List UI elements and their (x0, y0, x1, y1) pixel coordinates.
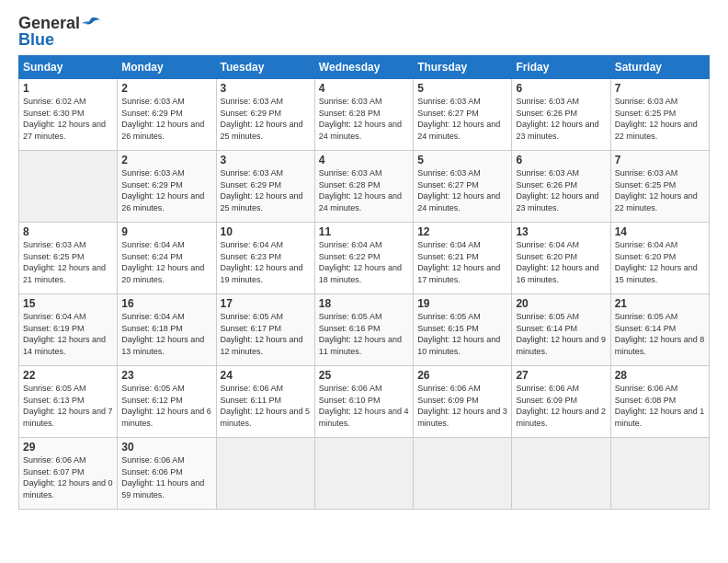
day-number: 23 (121, 369, 211, 382)
day-info: Sunrise: 6:06 AMSunset: 6:06 PMDaylight:… (121, 454, 211, 500)
calendar-cell: 20Sunrise: 6:05 AMSunset: 6:14 PMDayligh… (512, 294, 610, 366)
day-info: Sunrise: 6:05 AMSunset: 6:14 PMDaylight:… (516, 311, 606, 357)
calendar-cell: 23Sunrise: 6:05 AMSunset: 6:12 PMDayligh… (118, 366, 216, 438)
day-number: 21 (615, 297, 705, 310)
day-number: 10 (221, 225, 311, 238)
calendar-cell (216, 438, 314, 510)
day-info: Sunrise: 6:06 AMSunset: 6:09 PMDaylight:… (516, 383, 606, 429)
header: General Blue (18, 15, 710, 48)
day-info: Sunrise: 6:04 AMSunset: 6:23 PMDaylight:… (221, 239, 311, 285)
day-info: Sunrise: 6:03 AMSunset: 6:29 PMDaylight:… (121, 96, 211, 142)
calendar-cell: 11Sunrise: 6:04 AMSunset: 6:22 PMDayligh… (314, 223, 413, 294)
logo-general: General (18, 15, 80, 31)
day-number: 29 (23, 441, 113, 454)
day-info: Sunrise: 6:04 AMSunset: 6:20 PMDaylight:… (615, 239, 705, 285)
calendar-cell: 27Sunrise: 6:06 AMSunset: 6:09 PMDayligh… (512, 366, 610, 438)
day-number: 24 (221, 369, 311, 382)
logo-bird-icon (82, 17, 100, 29)
day-number: 6 (516, 154, 606, 167)
calendar-cell: 5Sunrise: 6:03 AMSunset: 6:27 PMDaylight… (414, 151, 512, 223)
day-number: 4 (319, 82, 409, 95)
calendar-cell: 29Sunrise: 6:06 AMSunset: 6:07 PMDayligh… (19, 438, 118, 510)
calendar-cell: 13Sunrise: 6:04 AMSunset: 6:20 PMDayligh… (512, 223, 610, 294)
day-number: 2 (121, 82, 211, 95)
day-info: Sunrise: 6:06 AMSunset: 6:09 PMDaylight:… (417, 383, 507, 429)
calendar-cell: 8Sunrise: 6:03 AMSunset: 6:25 PMDaylight… (19, 223, 118, 294)
day-number: 9 (121, 225, 211, 238)
calendar-cell (19, 151, 118, 223)
calendar-cell: 24Sunrise: 6:06 AMSunset: 6:11 PMDayligh… (216, 366, 314, 438)
day-number: 25 (319, 369, 409, 382)
day-info: Sunrise: 6:05 AMSunset: 6:12 PMDaylight:… (121, 383, 211, 429)
day-info: Sunrise: 6:03 AMSunset: 6:28 PMDaylight:… (319, 96, 409, 142)
day-info: Sunrise: 6:05 AMSunset: 6:14 PMDaylight:… (615, 311, 705, 357)
day-info: Sunrise: 6:04 AMSunset: 6:20 PMDaylight:… (516, 239, 606, 285)
day-info: Sunrise: 6:02 AMSunset: 6:30 PMDaylight:… (23, 96, 113, 142)
col-thursday: Thursday (414, 56, 512, 79)
day-number: 30 (121, 441, 211, 454)
col-friday: Friday (512, 56, 610, 79)
day-info: Sunrise: 6:05 AMSunset: 6:15 PMDaylight:… (417, 311, 507, 357)
day-number: 11 (319, 225, 409, 238)
day-info: Sunrise: 6:04 AMSunset: 6:19 PMDaylight:… (23, 311, 113, 357)
day-number: 1 (23, 82, 113, 95)
day-number: 18 (319, 297, 409, 310)
day-info: Sunrise: 6:03 AMSunset: 6:27 PMDaylight:… (417, 96, 507, 142)
day-info: Sunrise: 6:06 AMSunset: 6:08 PMDaylight:… (615, 383, 705, 429)
day-info: Sunrise: 6:03 AMSunset: 6:25 PMDaylight:… (615, 96, 705, 142)
day-number: 28 (615, 369, 705, 382)
calendar-cell (414, 438, 512, 510)
logo-blue-text: Blue (18, 31, 54, 48)
calendar-cell (512, 438, 610, 510)
calendar-cell: 3Sunrise: 6:03 AMSunset: 6:29 PMDaylight… (216, 151, 314, 223)
calendar-cell: 2Sunrise: 6:03 AMSunset: 6:29 PMDaylight… (118, 79, 216, 151)
day-info: Sunrise: 6:05 AMSunset: 6:16 PMDaylight:… (319, 311, 409, 357)
calendar-cell: 4Sunrise: 6:03 AMSunset: 6:28 PMDaylight… (314, 79, 413, 151)
calendar-cell: 6Sunrise: 6:03 AMSunset: 6:26 PMDaylight… (512, 151, 610, 223)
day-number: 26 (417, 369, 507, 382)
day-info: Sunrise: 6:06 AMSunset: 6:11 PMDaylight:… (221, 383, 311, 429)
day-info: Sunrise: 6:03 AMSunset: 6:26 PMDaylight:… (516, 96, 606, 142)
calendar-cell: 15Sunrise: 6:04 AMSunset: 6:19 PMDayligh… (19, 294, 118, 366)
calendar-cell: 26Sunrise: 6:06 AMSunset: 6:09 PMDayligh… (414, 366, 512, 438)
calendar-cell: 4Sunrise: 6:03 AMSunset: 6:28 PMDaylight… (314, 151, 413, 223)
calendar-cell: 9Sunrise: 6:04 AMSunset: 6:24 PMDaylight… (118, 223, 216, 294)
day-info: Sunrise: 6:03 AMSunset: 6:29 PMDaylight:… (221, 167, 311, 213)
calendar-cell: 16Sunrise: 6:04 AMSunset: 6:18 PMDayligh… (118, 294, 216, 366)
day-info: Sunrise: 6:03 AMSunset: 6:29 PMDaylight:… (221, 96, 311, 142)
day-number: 3 (221, 82, 311, 95)
day-number: 12 (417, 225, 507, 238)
calendar-cell: 1Sunrise: 6:02 AMSunset: 6:30 PMDaylight… (19, 79, 118, 151)
calendar-cell (610, 438, 709, 510)
col-saturday: Saturday (610, 56, 709, 79)
calendar-cell: 7Sunrise: 6:03 AMSunset: 6:25 PMDaylight… (610, 151, 709, 223)
day-number: 20 (516, 297, 606, 310)
calendar-cell: 28Sunrise: 6:06 AMSunset: 6:08 PMDayligh… (610, 366, 709, 438)
day-number: 17 (221, 297, 311, 310)
day-number: 14 (615, 225, 705, 238)
calendar-cell: 30Sunrise: 6:06 AMSunset: 6:06 PMDayligh… (118, 438, 216, 510)
day-number: 27 (516, 369, 606, 382)
day-number: 5 (417, 154, 507, 167)
calendar-cell: 2Sunrise: 6:03 AMSunset: 6:29 PMDaylight… (118, 151, 216, 223)
day-info: Sunrise: 6:04 AMSunset: 6:24 PMDaylight:… (121, 239, 211, 285)
page: General Blue Sunday Monday Tuesday Wedne… (0, 0, 728, 519)
day-number: 5 (417, 82, 507, 95)
day-number: 4 (319, 154, 409, 167)
day-info: Sunrise: 6:05 AMSunset: 6:13 PMDaylight:… (23, 383, 113, 429)
calendar-cell: 17Sunrise: 6:05 AMSunset: 6:17 PMDayligh… (216, 294, 314, 366)
calendar-cell: 10Sunrise: 6:04 AMSunset: 6:23 PMDayligh… (216, 223, 314, 294)
day-number: 22 (23, 369, 113, 382)
day-info: Sunrise: 6:03 AMSunset: 6:29 PMDaylight:… (121, 167, 211, 213)
day-number: 7 (615, 154, 705, 167)
day-info: Sunrise: 6:03 AMSunset: 6:26 PMDaylight:… (516, 167, 606, 213)
day-info: Sunrise: 6:03 AMSunset: 6:25 PMDaylight:… (615, 167, 705, 213)
calendar-cell: 21Sunrise: 6:05 AMSunset: 6:14 PMDayligh… (610, 294, 709, 366)
calendar-cell: 5Sunrise: 6:03 AMSunset: 6:27 PMDaylight… (414, 79, 512, 151)
calendar-cell: 3Sunrise: 6:03 AMSunset: 6:29 PMDaylight… (216, 79, 314, 151)
day-info: Sunrise: 6:03 AMSunset: 6:25 PMDaylight:… (23, 239, 113, 285)
calendar-cell: 19Sunrise: 6:05 AMSunset: 6:15 PMDayligh… (414, 294, 512, 366)
col-sunday: Sunday (19, 56, 118, 79)
calendar-cell: 18Sunrise: 6:05 AMSunset: 6:16 PMDayligh… (314, 294, 413, 366)
day-info: Sunrise: 6:04 AMSunset: 6:21 PMDaylight:… (417, 239, 507, 285)
